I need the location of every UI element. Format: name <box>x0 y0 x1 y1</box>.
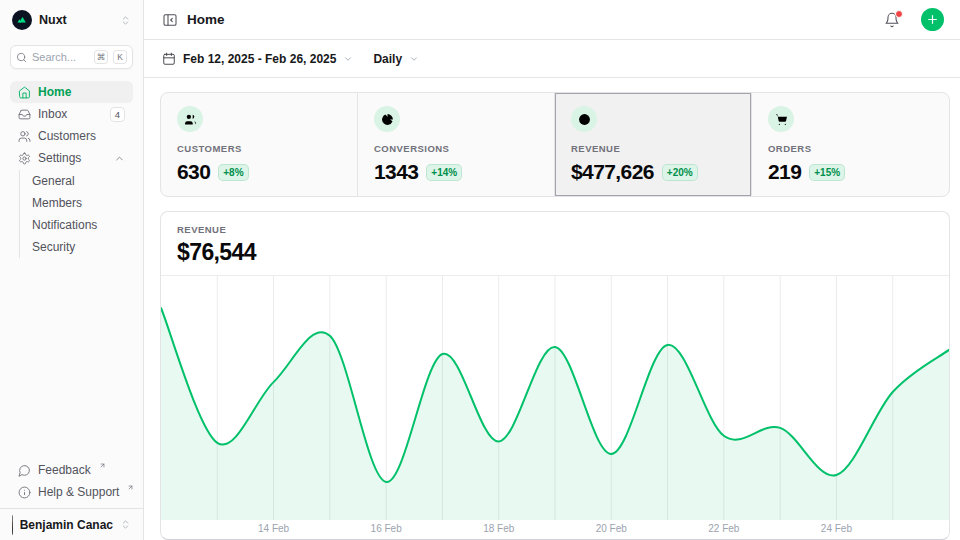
notifications-button[interactable] <box>884 12 900 28</box>
date-range-label: Feb 12, 2025 - Feb 26, 2025 <box>183 52 336 66</box>
x-axis-tick: 24 Feb <box>821 523 852 534</box>
sidebar-item-customers[interactable]: Customers <box>10 125 133 147</box>
team-picker[interactable]: Nuxt <box>0 0 143 32</box>
users-icon <box>18 130 31 143</box>
x-axis-tick: 22 Feb <box>708 523 739 534</box>
chevron-up-icon <box>114 153 125 164</box>
sidebar-footer-links: Feedback Help & Support <box>10 459 133 503</box>
cart-icon <box>768 106 794 132</box>
feedback-link[interactable]: Feedback <box>10 459 133 481</box>
add-button[interactable] <box>921 8 944 31</box>
app-window: Nuxt ⌘ K Home Inbo <box>0 0 960 540</box>
chart-header: REVENUE $76,544 <box>161 212 949 275</box>
submenu-item-security[interactable]: Security <box>20 236 133 258</box>
stat-card-customers[interactable]: CUSTOMERS 630 +8% <box>161 93 358 196</box>
user-name: Benjamin Canac <box>20 518 113 532</box>
sidebar-spacer <box>0 258 143 459</box>
revenue-chart-card: REVENUE $76,544 14 Feb16 Feb18 Feb20 Feb… <box>160 211 950 540</box>
chevrons-up-down-icon <box>120 519 131 530</box>
user-menu[interactable]: Benjamin Canac <box>0 509 143 540</box>
stat-label: CUSTOMERS <box>177 143 341 154</box>
inbox-count-badge: 4 <box>110 107 125 122</box>
x-axis-tick: 16 Feb <box>371 523 402 534</box>
period-select[interactable]: Daily <box>373 52 419 66</box>
x-axis-tick: 14 Feb <box>258 523 289 534</box>
inbox-icon <box>18 108 31 121</box>
top-header: Home <box>144 0 960 40</box>
stat-card-orders[interactable]: ORDERS 219 +15% <box>752 93 949 196</box>
avatar <box>12 515 13 535</box>
sidebar-item-home[interactable]: Home <box>10 81 133 103</box>
external-link-icon <box>99 462 106 469</box>
message-bubble-icon <box>18 464 31 477</box>
search-input[interactable] <box>32 51 89 63</box>
revenue-chart-svg <box>161 276 949 520</box>
sidebar-item-settings[interactable]: Settings <box>10 147 133 169</box>
stat-label: CONVERSIONS <box>374 143 538 154</box>
stat-value: 1343 <box>374 160 418 184</box>
stat-card-conversions[interactable]: CONVERSIONS 1343 +14% <box>358 93 555 196</box>
chart-total-value: $76,544 <box>177 239 933 266</box>
period-label: Daily <box>373 52 402 66</box>
chart-title: REVENUE <box>177 224 933 235</box>
chevron-down-icon <box>343 54 353 64</box>
stat-value: 630 <box>177 160 210 184</box>
main-area: Home Feb 12, 2025 - Feb 26, 2025 <box>144 0 960 540</box>
notification-dot <box>895 10 903 18</box>
sidebar-nav: Home Inbox 4 Customers Settings <box>10 81 133 169</box>
panel-collapse-icon[interactable] <box>162 12 178 28</box>
dollar-circle-icon <box>571 106 597 132</box>
stat-value: $477,626 <box>571 160 654 184</box>
info-circle-icon <box>18 486 31 499</box>
page-title: Home <box>187 12 875 27</box>
x-axis-tick: 20 Feb <box>596 523 627 534</box>
stat-value: 219 <box>768 160 801 184</box>
stat-label: REVENUE <box>571 143 735 154</box>
stat-delta-badge: +14% <box>426 164 462 181</box>
team-name: Nuxt <box>39 13 113 27</box>
filter-toolbar: Feb 12, 2025 - Feb 26, 2025 Daily <box>144 40 960 78</box>
search-box[interactable]: ⌘ K <box>10 45 133 69</box>
sidebar-item-inbox[interactable]: Inbox 4 <box>10 103 133 125</box>
sidebar-item-label: Home <box>38 85 125 99</box>
settings-submenu: General Members Notifications Security <box>19 170 133 258</box>
x-axis-labels: 14 Feb16 Feb18 Feb20 Feb22 Feb24 Feb <box>161 519 949 539</box>
stat-delta-badge: +20% <box>662 164 698 181</box>
search-icon <box>16 52 27 63</box>
help-support-link[interactable]: Help & Support <box>10 481 133 503</box>
submenu-item-notifications[interactable]: Notifications <box>20 214 133 236</box>
sidebar-item-label: Customers <box>38 129 125 143</box>
x-axis-tick: 18 Feb <box>483 523 514 534</box>
submenu-item-general[interactable]: General <box>20 170 133 192</box>
footer-link-label: Help & Support <box>38 485 119 499</box>
dashboard-content: CUSTOMERS 630 +8% CONVERSIONS 1343 +14% <box>144 78 960 540</box>
chart-plot-area[interactable] <box>161 275 949 519</box>
external-link-icon <box>127 484 134 491</box>
stat-delta-badge: +15% <box>809 164 845 181</box>
stat-delta-badge: +8% <box>218 164 248 181</box>
kbd-k: K <box>113 50 127 64</box>
chevrons-up-down-icon <box>120 15 131 26</box>
stat-card-revenue[interactable]: REVENUE $477,626 +20% <box>555 93 752 196</box>
footer-link-label: Feedback <box>38 463 91 477</box>
chevron-down-icon <box>409 54 419 64</box>
sidebar-item-label: Settings <box>38 151 107 165</box>
plus-icon <box>926 13 939 26</box>
pie-chart-icon <box>374 106 400 132</box>
users-icon <box>177 106 203 132</box>
sidebar: Nuxt ⌘ K Home Inbo <box>0 0 144 540</box>
calendar-icon <box>162 52 176 66</box>
stat-label: ORDERS <box>768 143 933 154</box>
home-icon <box>18 86 31 99</box>
submenu-item-members[interactable]: Members <box>20 192 133 214</box>
nuxt-logo-icon <box>12 10 32 30</box>
kbd-meta: ⌘ <box>94 50 108 64</box>
date-range-picker[interactable]: Feb 12, 2025 - Feb 26, 2025 <box>162 52 353 66</box>
stats-row: CUSTOMERS 630 +8% CONVERSIONS 1343 +14% <box>160 92 950 197</box>
gear-icon <box>18 152 31 165</box>
sidebar-item-label: Inbox <box>38 107 103 121</box>
